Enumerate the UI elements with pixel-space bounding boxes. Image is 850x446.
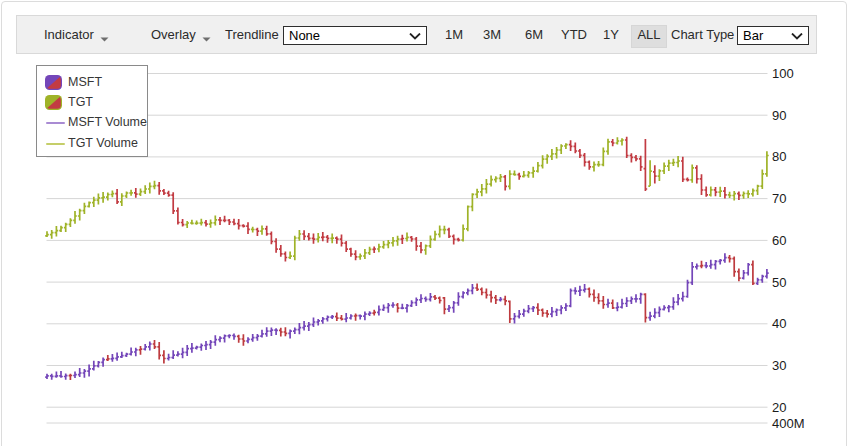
- svg-text:400M: 400M: [772, 416, 805, 431]
- svg-text:70: 70: [772, 191, 786, 206]
- svg-text:30: 30: [772, 358, 786, 373]
- svg-text:50: 50: [772, 275, 786, 290]
- svg-text:40: 40: [772, 316, 786, 331]
- svg-text:80: 80: [772, 149, 786, 164]
- svg-text:60: 60: [772, 233, 786, 248]
- svg-text:100: 100: [772, 66, 794, 81]
- svg-text:20: 20: [772, 400, 786, 415]
- svg-text:90: 90: [772, 108, 786, 123]
